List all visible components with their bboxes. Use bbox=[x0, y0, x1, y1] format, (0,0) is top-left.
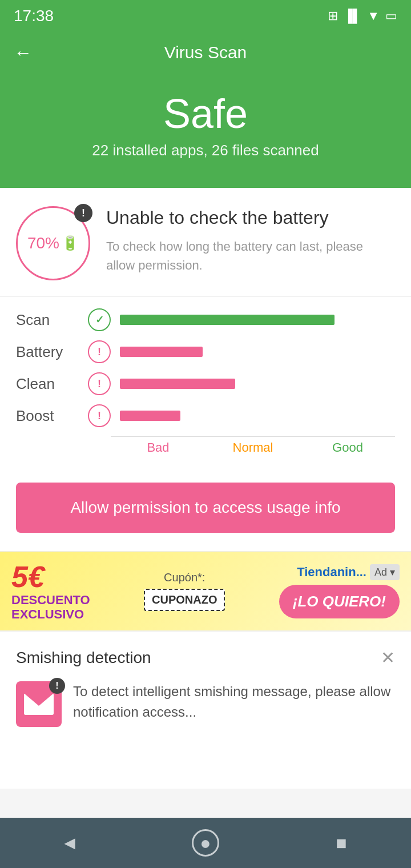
chart-bar-container-battery bbox=[120, 343, 395, 361]
chart-bar-clean bbox=[120, 379, 235, 389]
chart-section: Scan ✓ Battery ! Clean ! Boost ! bbox=[0, 297, 411, 471]
exclaim-badge: ! bbox=[74, 204, 92, 222]
battery-card: 70% 🔋 ! Unable to check the battery To c… bbox=[0, 188, 411, 297]
status-time: 17:38 bbox=[14, 7, 54, 25]
close-button[interactable]: ✕ bbox=[381, 648, 395, 668]
ad-center: Cupón*: CUPONAZO bbox=[144, 571, 225, 611]
ad-banner[interactable]: 5€ DESCUENTO EXCLUSIVO Cupón*: CUPONAZO … bbox=[0, 551, 411, 631]
permission-button[interactable]: Allow permission to access usage info bbox=[16, 483, 395, 533]
smishing-title: Smishing detection bbox=[16, 649, 151, 667]
chart-bar-scan bbox=[120, 315, 335, 325]
chart-label-battery: Battery bbox=[16, 343, 79, 361]
top-bar: ← Virus Scan bbox=[0, 32, 411, 73]
chart-bar-container-clean bbox=[120, 375, 395, 393]
chart-row-boost: Boost ! bbox=[16, 404, 395, 427]
chart-row-scan: Scan ✓ bbox=[16, 308, 395, 331]
cast-icon: ⊞ bbox=[328, 9, 338, 23]
status-bar: 17:38 ⊞ ▐▌ ▼ ▭ bbox=[0, 0, 411, 32]
ad-tag: Ad ▾ bbox=[370, 564, 400, 580]
battery-description: To check how long the battery can last, … bbox=[106, 237, 395, 275]
ad-right: Tiendanin... Ad ▾ ¡LO QUIERO! bbox=[279, 564, 400, 618]
chart-icon-battery: ! bbox=[88, 340, 111, 363]
chart-label-boost: Boost bbox=[16, 407, 79, 425]
axis-normal: Normal bbox=[206, 436, 300, 459]
chart-icon-clean: ! bbox=[88, 372, 111, 395]
ad-coupon-code: CUPONAZO bbox=[152, 593, 217, 606]
ad-label: Tiendanin... Ad ▾ bbox=[297, 564, 400, 580]
chart-label-scan: Scan bbox=[16, 311, 79, 329]
scan-status: Safe bbox=[0, 90, 411, 137]
axis-bad: Bad bbox=[111, 436, 206, 459]
chart-icon-boost: ! bbox=[88, 404, 111, 427]
status-icons: ⊞ ▐▌ ▼ ▭ bbox=[328, 9, 397, 23]
battery-symbol: 🔋 bbox=[62, 235, 79, 251]
battery-percent: 70% 🔋 bbox=[27, 234, 79, 252]
battery-title: Unable to check the battery bbox=[106, 206, 395, 230]
ad-coupon: CUPONAZO bbox=[144, 589, 225, 611]
main-content: 70% 🔋 ! Unable to check the battery To c… bbox=[0, 188, 411, 789]
back-button[interactable]: ← bbox=[14, 42, 32, 63]
smishing-header: Smishing detection ✕ bbox=[16, 648, 395, 668]
battery-icon: ▭ bbox=[385, 9, 397, 23]
ad-line2: EXCLUSIVO bbox=[11, 608, 90, 621]
vibrate-icon: ▐▌ bbox=[344, 9, 361, 23]
smishing-text: To detect intelligent smishing message, … bbox=[73, 681, 395, 722]
smishing-badge: ! bbox=[49, 678, 65, 694]
chart-bar-container-boost bbox=[120, 407, 395, 425]
chart-label-clean: Clean bbox=[16, 375, 79, 393]
ad-line1: DESCUENTO bbox=[11, 593, 90, 607]
nav-back-button[interactable]: ◄ bbox=[53, 826, 87, 860]
nav-recent-button[interactable]: ■ bbox=[324, 826, 358, 860]
page-title: Virus Scan bbox=[164, 43, 247, 62]
axis-good: Good bbox=[300, 436, 395, 459]
nav-bar: ◄ ● ■ bbox=[0, 818, 411, 868]
chart-bar-battery bbox=[120, 347, 203, 357]
ad-left: 5€ DESCUENTO EXCLUSIVO bbox=[11, 561, 90, 621]
ad-brand: Tiendanin... bbox=[297, 565, 366, 580]
smishing-body: ! To detect intelligent smishing message… bbox=[16, 681, 395, 738]
envelope-inner bbox=[24, 693, 54, 715]
wifi-icon: ▼ bbox=[367, 9, 380, 23]
battery-text: Unable to check the battery To check how… bbox=[106, 206, 395, 275]
chart-bar-boost bbox=[120, 411, 180, 421]
ad-coupon-label: Cupón*: bbox=[164, 571, 205, 584]
scan-summary: 22 installed apps, 26 files scanned bbox=[0, 142, 411, 159]
smishing-icon-wrap: ! bbox=[16, 681, 62, 727]
chart-axis: Bad Normal Good bbox=[111, 436, 395, 459]
chart-bar-container-scan bbox=[120, 311, 395, 329]
ad-discount: 5€ bbox=[11, 561, 90, 593]
hero-section: Safe 22 installed apps, 26 files scanned bbox=[0, 73, 411, 188]
chart-row-clean: Clean ! bbox=[16, 372, 395, 395]
battery-icon-wrap: 70% 🔋 ! bbox=[16, 206, 90, 280]
chart-icon-scan: ✓ bbox=[88, 308, 111, 331]
ad-cta[interactable]: ¡LO QUIERO! bbox=[279, 585, 400, 618]
chart-row-battery: Battery ! bbox=[16, 340, 395, 363]
smishing-section: Smishing detection ✕ ! To detect intelli… bbox=[0, 631, 411, 738]
nav-home-button[interactable]: ● bbox=[192, 829, 219, 857]
